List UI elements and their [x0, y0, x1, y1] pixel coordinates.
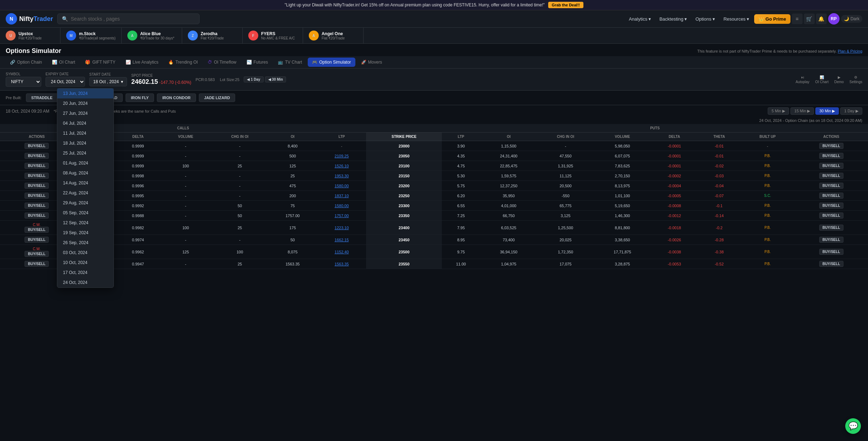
buy-sell-put-button[interactable]: BUY/SELL: [819, 143, 843, 149]
dropdown-option[interactable]: 20 Jun, 2024: [57, 98, 113, 108]
logo[interactable]: N NiftyTrader: [6, 13, 53, 25]
buy-sell-put-button[interactable]: BUY/SELL: [819, 225, 843, 231]
nav-resources[interactable]: Resources ▾: [720, 14, 753, 24]
dropdown-option[interactable]: 03 Oct, 2024: [57, 248, 113, 258]
symbol-select[interactable]: NIFTY: [6, 77, 41, 87]
prebuilt-jade-lizard[interactable]: JADE LIZARD: [199, 93, 235, 102]
buy-sell-put-button[interactable]: BUY/SELL: [819, 183, 843, 189]
tab-gift-nifty[interactable]: 🎁 GIFT NIFTY: [81, 58, 120, 67]
search-bar[interactable]: 🔍 Search stocks , pages: [57, 14, 200, 24]
buy-sell-put-button[interactable]: BUY/SELL: [819, 163, 843, 169]
avatar[interactable]: RP: [828, 13, 840, 25]
buy-sell-put-button[interactable]: BUY/SELL: [819, 203, 843, 209]
dropdown-option[interactable]: 29 Aug, 2024: [57, 198, 113, 208]
broker-mstock[interactable]: M m.Stock ₹0/Trade(all segments): [60, 28, 122, 43]
bell-icon[interactable]: 🔔: [816, 14, 827, 24]
tab-option-simulator[interactable]: 🎮 Option Simulator: [308, 58, 355, 67]
demo-control[interactable]: ▶ Demo: [834, 75, 844, 84]
dropdown-option[interactable]: 18 Jul, 2024: [57, 138, 113, 148]
dark-mode-toggle[interactable]: 🌙 Dark: [841, 15, 862, 23]
buy-sell-put-button[interactable]: BUY/SELL: [819, 249, 843, 255]
ltp-call-cell[interactable]: 1563.35: [317, 259, 366, 269]
ltp-call-cell[interactable]: 1580.00: [317, 181, 366, 191]
tab-tv-chart[interactable]: 📺 TV Chart: [274, 58, 306, 67]
dropdown-option[interactable]: 17 Oct, 2024: [57, 268, 113, 269]
dropdown-option[interactable]: 01 Aug, 2024: [57, 158, 113, 168]
dropdown-option[interactable]: 25 Jul, 2024: [57, 148, 113, 158]
buy-sell-call-button[interactable]: BUY/SELL: [25, 251, 48, 257]
buy-sell-call-button[interactable]: BUY/SELL: [25, 163, 48, 169]
tab-movers[interactable]: 🚀 Movers: [357, 58, 386, 67]
menu-icon[interactable]: ≡: [792, 14, 803, 24]
buy-sell-call-button[interactable]: BUY/SELL: [25, 227, 48, 233]
expiry-select[interactable]: 24 Oct, 2024: [46, 77, 85, 87]
buy-sell-put-button[interactable]: BUY/SELL: [819, 213, 843, 219]
buy-sell-call-button[interactable]: BUY/SELL: [25, 143, 48, 149]
tab-oi-chart[interactable]: 📊 OI Chart: [48, 58, 79, 67]
broker-angelone[interactable]: A Angel One Flat ₹20/Trade: [303, 28, 364, 43]
dropdown-option[interactable]: 10 Oct, 2024: [57, 258, 113, 268]
broker-aliceblue[interactable]: A Alice Blue ₹0/Trade for 30 days*: [122, 28, 182, 43]
dropdown-option[interactable]: 26 Sep, 2024: [57, 238, 113, 248]
oi-chart-control[interactable]: 📊 OI Chart: [815, 75, 829, 84]
tab-live-analytics[interactable]: 📈 Live Analytics: [121, 58, 163, 67]
tab-oi-timeflow[interactable]: ⏱ OI Timeflow: [203, 58, 240, 67]
dropdown-option[interactable]: 12 Sep, 2024: [57, 218, 113, 228]
broker-zerodha[interactable]: Z Zerodha Flat ₹20/Trade: [182, 28, 243, 43]
buy-sell-put-button[interactable]: BUY/SELL: [819, 193, 843, 199]
buy-sell-call-button[interactable]: BUY/SELL: [25, 153, 48, 159]
nav-backtesting[interactable]: Backtesting ▾: [656, 14, 690, 24]
buy-sell-call-button[interactable]: BUY/SELL: [25, 173, 48, 179]
dropdown-option[interactable]: 22 Aug, 2024: [57, 188, 113, 198]
ltp-call-cell[interactable]: 1526.10: [317, 161, 366, 171]
buy-sell-call-button[interactable]: BUY/SELL: [25, 261, 48, 267]
expiry-dropdown[interactable]: 13 Jun, 202420 Jun, 202427 Jun, 202404 J…: [57, 88, 114, 269]
plan-pricing-link[interactable]: Plan & Pricing: [838, 49, 862, 53]
prebuilt-iron-condor[interactable]: IRON CONDOR: [157, 93, 196, 102]
dropdown-option[interactable]: 14 Aug, 2024: [57, 178, 113, 188]
tab-trending-oi[interactable]: 🔥 Trending OI: [164, 58, 202, 67]
nav-analytics[interactable]: Analytics ▾: [625, 14, 655, 24]
dropdown-option[interactable]: 05 Sep, 2024: [57, 208, 113, 218]
buy-sell-call-button[interactable]: BUY/SELL: [25, 213, 48, 219]
tf-1day[interactable]: 1 Day ▶: [840, 107, 862, 115]
buy-sell-call-button[interactable]: BUY/SELL: [25, 193, 48, 199]
ltp-call-cell[interactable]: 1837.10: [317, 191, 366, 201]
broker-fyers[interactable]: F FYERS No AMC & FREE A/C: [243, 28, 303, 43]
tab-futures[interactable]: 📉 Futures: [242, 58, 272, 67]
ltp-call-cell[interactable]: 1953.30: [317, 171, 366, 181]
tf-5min[interactable]: 5 Min ▶: [768, 107, 789, 115]
broker-upstox[interactable]: U Upstox Flat ₹20/Trade: [0, 28, 60, 43]
settings-control[interactable]: ⚙ Settings: [850, 75, 862, 84]
prev-day-button[interactable]: ◀ 1 Day: [244, 76, 263, 82]
prebuilt-iron-fly[interactable]: IRON FLY: [126, 93, 154, 102]
dropdown-option[interactable]: 13 Jun, 2024: [57, 88, 113, 98]
ltp-call-cell[interactable]: 1580.00: [317, 201, 366, 211]
cart-icon[interactable]: 🛒: [804, 14, 815, 24]
dropdown-option[interactable]: 27 Jun, 2024: [57, 108, 113, 118]
dropdown-option[interactable]: 04 Jul, 2024: [57, 118, 113, 128]
autoplay-control[interactable]: ⏯ Autoplay: [795, 75, 809, 84]
prev-30min-button[interactable]: ◀ 30 Min: [265, 76, 286, 82]
ltp-call-cell[interactable]: 1223.10: [317, 221, 366, 235]
buy-sell-call-button[interactable]: BUY/SELL: [25, 183, 48, 189]
buy-sell-call-button[interactable]: BUY/SELL: [25, 203, 48, 209]
ltp-call-cell[interactable]: 1662.15: [317, 235, 366, 245]
buy-sell-put-button[interactable]: BUY/SELL: [819, 173, 843, 179]
buy-sell-call-button[interactable]: BUY/SELL: [25, 237, 48, 243]
tf-15min[interactable]: 15 Min ▶: [790, 107, 814, 115]
dropdown-option[interactable]: 11 Jul, 2024: [57, 128, 113, 138]
ltp-call-cell[interactable]: 1757.00: [317, 211, 366, 221]
tf-30min[interactable]: 30 Min ▶: [815, 107, 839, 115]
tab-option-chain[interactable]: 🔗 Option Chain: [6, 58, 46, 67]
nav-options[interactable]: Options ▾: [692, 14, 719, 24]
buy-sell-put-button[interactable]: BUY/SELL: [819, 237, 843, 243]
dropdown-option[interactable]: 19 Sep, 2024: [57, 228, 113, 238]
ltp-call-cell[interactable]: 1152.40: [317, 245, 366, 259]
buy-sell-put-button[interactable]: BUY/SELL: [819, 153, 843, 159]
dropdown-option[interactable]: 08 Aug, 2024: [57, 168, 113, 178]
start-date-display[interactable]: 18 Oct , 2024 ▾: [89, 77, 127, 86]
go-prime-button[interactable]: 👑 Go Prime: [754, 14, 790, 24]
buy-sell-put-button[interactable]: BUY/SELL: [819, 261, 843, 267]
prebuilt-straddle[interactable]: STRADDLE: [26, 93, 58, 102]
